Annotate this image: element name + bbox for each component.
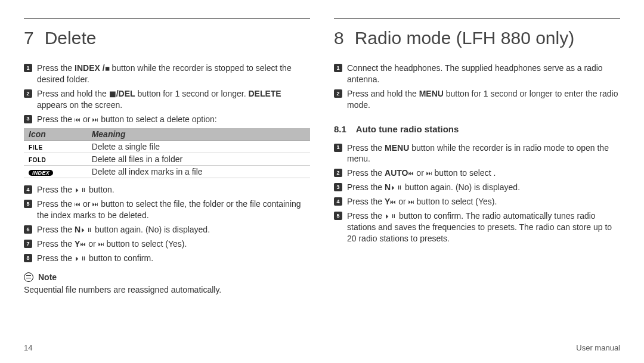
step-text: Press the ⏮ or ⏭ button to select the fi…	[37, 198, 310, 221]
chapter-title: Radio mode (LFH 880 only)	[355, 28, 575, 48]
table-header-icon: Icon	[24, 128, 87, 141]
step-text: Press the Y⏮ or ⏭ button to select (Yes)…	[37, 238, 310, 250]
step-number-badge: 5	[334, 212, 342, 220]
step-number-badge: 8	[24, 254, 32, 262]
step-text: Press the INDEX /◼ button while the reco…	[37, 63, 310, 85]
step: 1Press the MENU button while the recorde…	[334, 142, 620, 165]
table-row: INDEXDelete all index marks in a file	[24, 166, 310, 178]
step-text: Press the N⏵⏸ button again. (No) is disp…	[347, 182, 620, 193]
table-row: FOLDDelete all files in a folder	[24, 153, 310, 166]
note-icon	[24, 272, 33, 282]
step: 7Press the Y⏮ or ⏭ button to select (Yes…	[24, 238, 310, 250]
icon-label: FILE	[29, 144, 43, 151]
step: 1Connect the headphones. The supplied he…	[334, 63, 620, 85]
chapter-number: 7	[24, 28, 34, 48]
step-number-badge: 1	[24, 64, 32, 72]
footer: 14 User manual	[24, 343, 620, 352]
step: 2Press the AUTO⏮ or ⏭ button to select .	[334, 167, 620, 179]
note-text: Sequential file numbers are reassigned a…	[24, 284, 310, 296]
step-text: Press and hold the MENU button for 1 sec…	[347, 88, 620, 111]
subsection-title: Auto tune radio stations	[356, 124, 459, 134]
note-heading: Note	[24, 272, 310, 282]
step: 3Press the N⏵⏸ button again. (No) is dis…	[334, 182, 620, 193]
rule	[24, 18, 310, 18]
table-row: FILEDelete a single file	[24, 141, 310, 153]
table-header-meaning: Meaning	[87, 128, 310, 141]
step-text: Press the ⏵⏸ button to confirm.	[37, 253, 310, 264]
chapter-title: Delete	[45, 28, 97, 48]
step-number-badge: 2	[334, 169, 342, 177]
step: 4Press the Y⏮ or ⏭ button to select (Yes…	[334, 196, 620, 207]
step-text: Press the ⏵⏸ button to confirm. The radi…	[347, 210, 620, 244]
step-number-badge: 1	[334, 144, 342, 152]
table-cell-icon: FILE	[24, 141, 87, 153]
step-text: Press the N⏵⏸ button again. (No) is disp…	[37, 224, 310, 235]
step-number-badge: 2	[334, 89, 342, 98]
step: 2Press and hold the ◼/DEL button for 1 s…	[24, 88, 310, 111]
step: 6Press the N⏵⏸ button again. (No) is dis…	[24, 224, 310, 235]
step-number-badge: 6	[24, 225, 32, 234]
step-number-badge: 4	[24, 185, 32, 194]
table-cell-icon: FOLD	[24, 153, 87, 166]
step-text: Press the Y⏮ or ⏭ button to select (Yes)…	[347, 196, 620, 207]
step-number-badge: 3	[24, 115, 32, 123]
left-column: 7 Delete 1Press the INDEX /◼ button whil…	[24, 18, 310, 296]
step-text: Press and hold the ◼/DEL button for 1 se…	[37, 88, 310, 111]
step-number-badge: 3	[334, 183, 342, 191]
table-cell-icon: INDEX	[24, 166, 87, 178]
step-text: Press the ⏮ or ⏭ button to select a dele…	[37, 114, 310, 125]
chapter-heading-7: 7 Delete	[24, 28, 310, 48]
subsection-number: 8.1	[334, 124, 346, 134]
icon-label: FOLD	[29, 157, 46, 163]
table-cell-meaning: Delete all files in a folder	[87, 153, 310, 166]
chapter-number: 8	[334, 28, 344, 48]
step: 3Press the ⏮ or ⏭ button to select a del…	[24, 114, 310, 125]
step: 5Press the ⏮ or ⏭ button to select the f…	[24, 198, 310, 221]
page-number: 14	[24, 343, 32, 352]
step-text: Press the MENU button while the recorder…	[347, 142, 620, 165]
step: 1Press the INDEX /◼ button while the rec…	[24, 63, 310, 85]
step: 2Press and hold the MENU button for 1 se…	[334, 88, 620, 111]
step-text: Press the ⏵⏸ button.	[37, 184, 310, 196]
footer-label: User manual	[576, 343, 620, 352]
step: 4Press the ⏵⏸ button.	[24, 184, 310, 196]
subsection-heading: 8.1 Auto tune radio stations	[334, 124, 620, 134]
table-cell-meaning: Delete all index marks in a file	[87, 166, 310, 178]
step-number-badge: 4	[334, 197, 342, 206]
step-number-badge: 7	[24, 240, 32, 248]
delete-options-table: Icon Meaning FILEDelete a single fileFOL…	[24, 128, 310, 178]
step-number-badge: 1	[334, 64, 342, 72]
table-cell-meaning: Delete a single file	[87, 141, 310, 153]
index-badge-icon: INDEX	[29, 170, 53, 176]
step-text: Press the AUTO⏮ or ⏭ button to select .	[347, 167, 620, 179]
step: 8Press the ⏵⏸ button to confirm.	[24, 253, 310, 264]
step-text: Connect the headphones. The supplied hea…	[347, 63, 620, 85]
chapter-heading-8: 8 Radio mode (LFH 880 only)	[334, 28, 620, 48]
note-label: Note	[38, 272, 57, 282]
rule	[334, 18, 620, 18]
step: 5Press the ⏵⏸ button to confirm. The rad…	[334, 210, 620, 244]
step-number-badge: 5	[24, 200, 32, 208]
step-number-badge: 2	[24, 89, 32, 98]
right-column: 8 Radio mode (LFH 880 only) 1Connect the…	[334, 18, 620, 296]
